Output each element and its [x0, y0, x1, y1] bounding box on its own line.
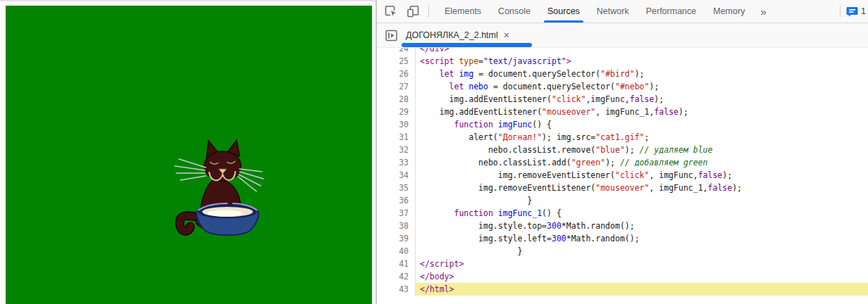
more-tabs-chevron[interactable]: »: [753, 6, 773, 18]
code-line-31: 31 alert("Догнал!"); img.src="cat1.gif";: [377, 131, 868, 144]
tab-console[interactable]: Console: [490, 0, 539, 23]
line-number[interactable]: 27: [377, 80, 416, 93]
line-number[interactable]: 34: [377, 169, 416, 182]
tab-network[interactable]: Network: [588, 0, 638, 23]
tab-performance[interactable]: Performance: [638, 0, 705, 23]
close-icon[interactable]: ×: [504, 30, 509, 40]
code-line-30: 30 function imgFunc() {: [377, 118, 868, 131]
code-line-28: 28 img.addEventListener("click",imgFunc,…: [377, 93, 868, 106]
issues-button[interactable]: 1: [846, 6, 866, 17]
code-line-32: 32 nebo.classList.remove("blue"); // уда…: [377, 144, 868, 156]
code-line-40: 40 }: [377, 245, 868, 258]
active-file-tab-indicator: [402, 43, 532, 47]
code-line-25: 25<script type="text/javascript">: [377, 55, 868, 68]
tab-memory[interactable]: Memory: [705, 0, 753, 23]
code-line-42: 42</body>: [377, 270, 868, 283]
line-number[interactable]: 29: [377, 106, 416, 118]
devtools-toolbar: ElementsConsoleSourcesNetworkPerformance…: [377, 0, 868, 23]
line-number[interactable]: 28: [377, 93, 416, 106]
cat-image[interactable]: [173, 138, 265, 240]
code-lines: 24</div>25<script type="text/javascript"…: [377, 48, 868, 296]
line-number[interactable]: 43: [377, 283, 416, 296]
line-number[interactable]: 25: [377, 55, 416, 68]
tab-sources[interactable]: Sources: [539, 0, 588, 23]
file-tab-name: ДОГОНЯЛКА_2_2.html: [406, 30, 498, 40]
line-number[interactable]: 31: [377, 131, 416, 144]
line-number[interactable]: 35: [377, 182, 416, 194]
viewport-top-edge: [0, 0, 376, 1]
source-code-editor[interactable]: 24</div>25<script type="text/javascript"…: [377, 48, 868, 304]
line-number[interactable]: 26: [377, 68, 416, 80]
code-line-37: 37 function imgFunc_1() {: [377, 207, 868, 220]
line-number[interactable]: 42: [377, 270, 416, 283]
inspect-cursor-icon[interactable]: [385, 5, 397, 18]
line-number[interactable]: 38: [377, 220, 416, 232]
line-number[interactable]: 39: [377, 232, 416, 245]
code-line-33: 33 nebo.classList.add("green"); // добав…: [377, 156, 868, 169]
tab-elements[interactable]: Elements: [436, 0, 490, 23]
line-number[interactable]: 40: [377, 245, 416, 258]
code-line-36: 36 }: [377, 194, 868, 207]
device-toolbar-icon[interactable]: [407, 5, 420, 18]
line-number[interactable]: 32: [377, 144, 416, 156]
line-number[interactable]: 41: [377, 258, 416, 270]
clipped-line-wrapper: 24</div>: [377, 48, 868, 55]
code-line-39: 39 img.style.left=300*Math.random();: [377, 232, 868, 245]
code-line-27: 27 let nebo = document.querySelector("#n…: [377, 80, 868, 93]
issues-group: 1: [840, 5, 868, 18]
line-number[interactable]: 37: [377, 207, 416, 220]
line-number[interactable]: 24: [377, 48, 416, 55]
code-line-35: 35 img.removeEventListener("mouseover", …: [377, 182, 868, 194]
devtools-panel: ElementsConsoleSourcesNetworkPerformance…: [376, 0, 868, 304]
toolbar-separator-right: [840, 5, 841, 18]
issues-count: 1: [861, 6, 866, 16]
browser-viewport: [0, 0, 376, 304]
code-line-34: 34 img.removeEventListener("click", imgF…: [377, 169, 868, 182]
milk-bowl: [197, 203, 259, 235]
devtools-tabs: ElementsConsoleSourcesNetworkPerformance…: [436, 0, 753, 23]
issues-message-icon: [846, 6, 858, 17]
code-line-26: 26 let img = document.querySelector("#bi…: [377, 68, 868, 80]
toolbar-separator: [428, 5, 429, 18]
code-line-24: 24</div>: [377, 48, 868, 55]
file-tab-bar: ДОГОНЯЛКА_2_2.html ×: [377, 23, 868, 48]
code-line-38: 38 img.style.top=300*Math.random();: [377, 220, 868, 232]
line-number[interactable]: 30: [377, 118, 416, 131]
code-line-41: 41</script>: [377, 258, 868, 270]
code-line-43: 43</html>: [377, 283, 868, 296]
line-number[interactable]: 33: [377, 156, 416, 169]
code-line-29: 29 img.addEventListener("mouseover", img…: [377, 106, 868, 118]
line-number[interactable]: 36: [377, 194, 416, 207]
show-navigator-icon[interactable]: [385, 30, 397, 42]
